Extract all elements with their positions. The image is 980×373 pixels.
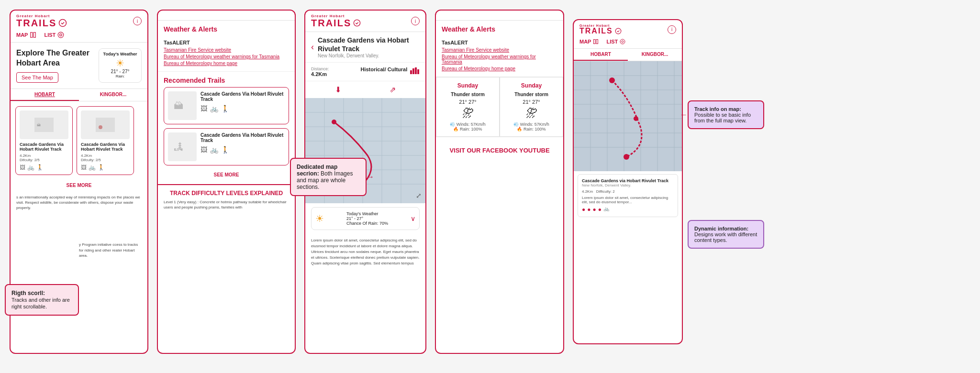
screen3-header: Greater Hobart TRAILS i — [305, 11, 425, 32]
fire-service-link-4[interactable]: Tasmanian Fire Service website — [442, 47, 557, 53]
action-buttons-row: ⬇ ⇗ — [305, 81, 425, 98]
mini-trail-desc: Lorem ipsum dolor sit amet, consectetur … — [582, 196, 674, 204]
trail-card-1-difficulty: Difculty: 2/5 — [20, 158, 68, 162]
detail-location: New Norfolk, Derwent Valley. — [318, 53, 420, 58]
trail-weather-rain: Chance Of Rain: 70% — [346, 221, 388, 226]
nav-tabs: MAP LIST — [16, 30, 142, 40]
screen5-location-tabs: HOBART KINGBOR... — [574, 49, 682, 61]
svg-point-0 — [59, 20, 67, 27]
mini-trail-card[interactable]: Cascade Gardens via Hobart Rivulet Track… — [578, 174, 678, 217]
mini-trail-location: New Norfolk, Derwent Valley. — [582, 183, 674, 187]
etiquette-text: s an internationally accepted way of min… — [16, 195, 140, 210]
info-button[interactable]: i — [133, 17, 142, 25]
scroll-note-text: Tracks and other info are right scrollab… — [11, 297, 70, 309]
rec-trail-2-img-svg: 🏞 — [169, 133, 196, 160]
trail-card-2-icons: 🖼 🚲 🚶 — [81, 164, 130, 171]
rec-trail-card-1[interactable]: 🏔 Cascade Gardens Via Hobart Rivulet Tra… — [164, 87, 289, 124]
rec-trail-1-title: Cascade Gardens Via Hobart Rivulet Track — [200, 91, 285, 102]
screen5-list-tab[interactable]: LIST — [606, 39, 625, 44]
screen5-hobart-tab[interactable]: HOBART — [574, 49, 628, 61]
day1-weather-icon: ⛈ — [440, 107, 495, 120]
bom-warnings-link-4[interactable]: Bureau of Meteorology weather warnings f… — [442, 54, 557, 65]
kingborough-tab[interactable]: KINGBOR... — [79, 89, 147, 101]
bike-icon-2: 🚲 — [89, 164, 96, 171]
trail-card-2-difficulty: Difculty: 2/5 — [81, 158, 130, 162]
rec-trail-1-info: Cascade Gardens Via Hobart Rivulet Track… — [200, 91, 285, 120]
callout-arrow-left: ← — [680, 110, 688, 119]
forecast-row: Sunday Thunder storm 21° 27° ⛈ 💨 Winds: … — [436, 77, 563, 137]
see-more-button-2[interactable]: SEE MORE — [158, 169, 295, 180]
back-header: ‹ Cascade Gardens via Hobart Rivulet Tra… — [305, 32, 425, 63]
svg-point-50 — [609, 77, 615, 83]
category-value: Historical/ Cultural — [361, 66, 411, 72]
alert-section-4: TasALERT Tasmanian Fire Service website … — [436, 36, 563, 77]
hero-section: Explore The Greater Hobart Area See The … — [11, 43, 147, 89]
day2-label: Sunday — [504, 82, 559, 89]
mini-trail-distance: 4.2Km Difficulty: 2 — [582, 189, 674, 194]
fire-service-link-2[interactable]: Tasmanian Fire Service website — [164, 47, 289, 53]
detail-info: Cascade Gardens via Hobart Rivulet Track… — [318, 36, 420, 58]
list-tab[interactable]: LIST — [44, 32, 64, 38]
see-map-button[interactable]: See The Map — [16, 72, 58, 83]
svg-text:🏔: 🏔 — [174, 100, 183, 111]
brand-trails-text: TRAILS — [16, 18, 67, 28]
back-button[interactable]: ‹ — [311, 42, 314, 52]
weather-collapse-button[interactable]: ∨ — [411, 215, 415, 222]
rain-icon-2: 🔥 — [517, 127, 522, 132]
day1-label: Sunday — [440, 82, 495, 89]
track-info-text: Possible to se basic info from the full … — [694, 112, 751, 123]
mini-dot-1: ● — [582, 206, 585, 213]
bom-home-link-4[interactable]: Bureau of Meteorology home page — [442, 66, 557, 71]
dynamic-info-callout: Dynamic information: Designs work with d… — [688, 220, 764, 249]
trail-weather-temp: 21° - 27° — [346, 216, 388, 221]
scroll-note-title: Rigth scorll: — [11, 290, 45, 296]
svg-point-13 — [354, 20, 360, 26]
rec-trail-card-2[interactable]: 🏞 Cascade Gardens Via Hobart Rivulet Tra… — [164, 128, 289, 165]
svg-rect-1 — [31, 33, 33, 38]
expand-icon[interactable]: ⤢ — [416, 192, 422, 199]
wind-icon-1: 💨 — [450, 122, 455, 127]
rec-walk-icon-1: 🚶 — [221, 105, 229, 112]
image-icon: 🖼 — [20, 164, 25, 171]
mini-dot-3: ● — [593, 206, 596, 213]
screen5-map-tab[interactable]: MAP — [579, 39, 599, 44]
rec-bike-icon-1: 🚲 — [210, 105, 218, 112]
difficulty-text: Level 1 (Very easy) : Concrete or hotmix… — [164, 199, 289, 210]
day1-winds: 💨 Winds: 57Km/h — [440, 122, 495, 127]
dynamic-info-title: Dynamic information: — [694, 226, 748, 231]
day2-rain: 🔥 Rain: 100% — [504, 127, 559, 132]
rec-trail-1-icons: 🖼 🚲 🚶 — [200, 105, 285, 112]
svg-rect-14 — [410, 70, 412, 74]
rec-trail-2-icons: 🖼 🚲 🚶 — [200, 146, 285, 154]
svg-rect-7 — [96, 118, 115, 132]
map-tab[interactable]: MAP — [16, 32, 36, 38]
dynamic-info-text: Designs work with different content type… — [694, 231, 757, 243]
hero-text: Explore The Greater Hobart Area See The … — [16, 48, 94, 83]
full-map-view[interactable] — [574, 61, 682, 171]
distance-value: 4.2Km — [311, 71, 361, 77]
hobart-tab[interactable]: HOBART — [11, 89, 79, 101]
weather-temp: 21° - 27° — [103, 69, 137, 74]
sun-icon: ☀ — [103, 57, 137, 69]
screen5-kingborough-tab[interactable]: KINGBOR... — [628, 49, 682, 61]
download-button[interactable]: ⬇ — [335, 85, 341, 94]
trail-card-1[interactable]: 🏔 Cascade Gardens Via Hobart Rivulet Tra… — [15, 106, 73, 175]
trail-card-2[interactable]: Cascade Gardens Via Hobart Rivulet Track… — [77, 106, 134, 175]
trail-card-1-icons: 🖼 🚲 🚶 — [20, 164, 68, 171]
screen5-info-button[interactable]: i — [668, 25, 676, 34]
rec-trail-2-info: Cascade Gardens Via Hobart Rivulet Track… — [200, 132, 285, 161]
see-more-button-1[interactable]: SEE MORE — [11, 180, 147, 191]
screen4-header — [436, 11, 563, 21]
chart-icon — [410, 66, 420, 77]
mini-dot-2: ● — [587, 206, 590, 213]
share-button[interactable]: ⇗ — [390, 85, 396, 94]
screen2-header — [158, 11, 295, 21]
screen3-info-button[interactable]: i — [411, 17, 420, 25]
dedicated-map-callout: Dedicated map secrion: Both Images and m… — [290, 158, 367, 196]
trails-icon — [58, 19, 67, 27]
social-section: VISIT OUR FACEBOOK YOUTUBE — [436, 137, 563, 164]
rec-trail-2-image: 🏞 — [168, 132, 197, 161]
bom-warnings-link-2[interactable]: Bureau of Meteorology weather warnings f… — [164, 54, 289, 59]
bom-home-link-2[interactable]: Bureau of Meteorology home page — [164, 61, 289, 66]
svg-point-8 — [99, 125, 102, 129]
